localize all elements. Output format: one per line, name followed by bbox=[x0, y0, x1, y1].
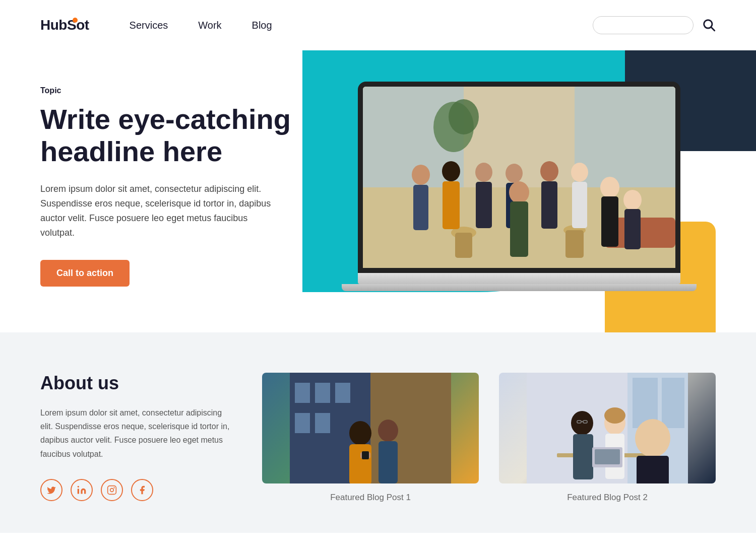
laptop-screen bbox=[358, 82, 680, 273]
hero-headline: Write eye-catching headline here bbox=[40, 103, 323, 168]
svg-point-32 bbox=[623, 190, 642, 210]
nav-work[interactable]: Work bbox=[198, 20, 221, 31]
svg-rect-54 bbox=[362, 451, 369, 459]
svg-point-37 bbox=[114, 488, 114, 488]
twitter-icon bbox=[46, 485, 56, 495]
svg-rect-35 bbox=[108, 486, 116, 494]
svg-rect-52 bbox=[379, 441, 398, 483]
blog-image-1 bbox=[262, 373, 479, 483]
svg-rect-31 bbox=[601, 196, 618, 247]
search-button[interactable] bbox=[702, 18, 716, 33]
header-right bbox=[593, 16, 716, 34]
hero-section: Topic Write eye-catching headline here L… bbox=[0, 50, 756, 332]
svg-point-20 bbox=[475, 163, 492, 182]
svg-rect-6 bbox=[575, 87, 675, 187]
laptop-mockup bbox=[358, 82, 680, 291]
svg-rect-12 bbox=[455, 233, 472, 258]
instagram-icon-button[interactable] bbox=[101, 479, 123, 501]
svg-rect-72 bbox=[595, 449, 620, 464]
cta-button[interactable]: Call to action bbox=[40, 260, 130, 287]
blog-card-1[interactable]: Featured Blog Post 1 bbox=[262, 373, 479, 503]
linkedin-icon bbox=[77, 485, 87, 495]
about-body: Lorem ipsum dolor sit amet, consectetur … bbox=[40, 406, 232, 461]
search-icon bbox=[702, 18, 716, 32]
nav-services[interactable]: Services bbox=[130, 20, 168, 31]
svg-point-8 bbox=[449, 99, 479, 134]
svg-rect-25 bbox=[510, 201, 528, 257]
svg-rect-44 bbox=[335, 383, 350, 403]
about-title: About us bbox=[40, 373, 232, 394]
logo-text: HubSot bbox=[40, 17, 89, 33]
blog-image-2 bbox=[499, 373, 716, 483]
svg-line-1 bbox=[711, 27, 714, 30]
svg-point-30 bbox=[600, 177, 619, 198]
blog-posts: Featured Blog Post 1 bbox=[262, 373, 716, 503]
hero-content: Topic Write eye-catching headline here L… bbox=[40, 86, 323, 287]
svg-rect-33 bbox=[624, 209, 641, 249]
svg-rect-29 bbox=[572, 182, 587, 228]
svg-point-68 bbox=[604, 407, 625, 424]
svg-rect-46 bbox=[315, 413, 330, 433]
svg-point-26 bbox=[540, 161, 558, 181]
svg-point-49 bbox=[349, 421, 371, 445]
twitter-icon-button[interactable] bbox=[40, 479, 62, 501]
svg-point-36 bbox=[110, 488, 114, 492]
svg-point-18 bbox=[442, 161, 460, 181]
svg-point-28 bbox=[571, 163, 588, 182]
svg-rect-42 bbox=[295, 383, 310, 403]
svg-point-51 bbox=[378, 420, 398, 442]
svg-rect-50 bbox=[349, 444, 371, 483]
search-input[interactable] bbox=[593, 16, 694, 34]
svg-point-24 bbox=[509, 181, 529, 203]
topic-label: Topic bbox=[40, 86, 323, 95]
about-content: About us Lorem ipsum dolor sit amet, con… bbox=[40, 373, 232, 501]
team-photo bbox=[363, 87, 675, 268]
svg-point-34 bbox=[78, 486, 79, 487]
facebook-icon bbox=[137, 485, 147, 495]
nav-blog[interactable]: Blog bbox=[252, 20, 272, 31]
svg-rect-14 bbox=[565, 230, 584, 258]
hero-body-text: Lorem ipsum dolor sit amet, consectetur … bbox=[40, 182, 282, 240]
header: HubSot Services Work Blog bbox=[0, 0, 756, 50]
facebook-icon-button[interactable] bbox=[131, 479, 153, 501]
svg-rect-27 bbox=[541, 181, 557, 229]
blog-card-2[interactable]: Featured Blog Post 2 bbox=[499, 373, 716, 503]
svg-rect-19 bbox=[443, 181, 460, 229]
svg-rect-45 bbox=[295, 413, 310, 433]
svg-point-16 bbox=[412, 165, 430, 185]
blog-caption-1: Featured Blog Post 1 bbox=[330, 493, 411, 503]
blog-caption-2: Featured Blog Post 2 bbox=[567, 493, 648, 503]
hero-image bbox=[323, 82, 716, 291]
linkedin-icon-button[interactable] bbox=[71, 479, 93, 501]
logo[interactable]: HubSot bbox=[40, 17, 89, 33]
main-nav: Services Work Blog bbox=[130, 20, 593, 31]
social-icons bbox=[40, 479, 232, 501]
svg-rect-70 bbox=[637, 456, 669, 483]
svg-rect-17 bbox=[413, 185, 428, 230]
instagram-icon bbox=[107, 485, 117, 495]
svg-rect-43 bbox=[315, 383, 330, 403]
svg-rect-59 bbox=[662, 378, 684, 428]
svg-rect-62 bbox=[573, 434, 593, 479]
laptop-bottom bbox=[342, 284, 697, 291]
about-section: About us Lorem ipsum dolor sit amet, con… bbox=[0, 332, 756, 533]
laptop-base bbox=[358, 273, 680, 284]
svg-point-61 bbox=[571, 411, 593, 435]
svg-point-69 bbox=[635, 419, 670, 457]
svg-rect-21 bbox=[476, 182, 492, 228]
svg-point-22 bbox=[506, 164, 523, 183]
